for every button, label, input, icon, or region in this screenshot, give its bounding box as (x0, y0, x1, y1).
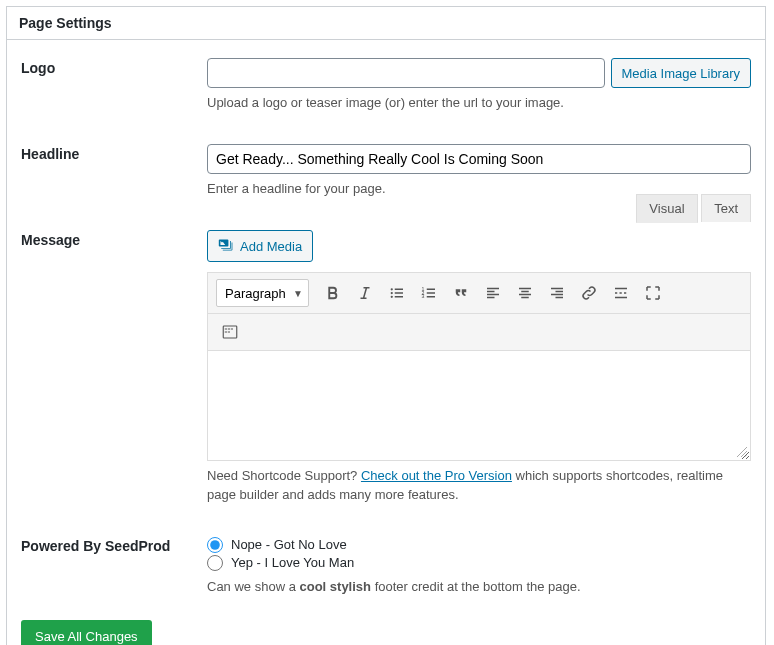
editor-toolbar: Paragraph ▼ 123 (207, 272, 751, 314)
powered-description: Can we show a cool stylish footer credit… (207, 578, 751, 596)
message-help-prefix: Need Shortcode Support? (207, 468, 361, 483)
toolbar-toggle-icon[interactable] (216, 318, 244, 346)
powered-label: Powered By SeedProd (7, 518, 207, 610)
read-more-icon[interactable] (607, 279, 635, 307)
editor-wrap: Paragraph ▼ 123 (207, 272, 751, 461)
panel-title: Page Settings (19, 15, 753, 31)
media-library-button[interactable]: Media Image Library (611, 58, 752, 88)
message-editor[interactable] (207, 351, 751, 461)
blockquote-icon[interactable] (447, 279, 475, 307)
logo-description: Upload a logo or teaser image (or) enter… (207, 94, 751, 112)
link-icon[interactable] (575, 279, 603, 307)
save-button[interactable]: Save All Changes (21, 620, 152, 645)
headline-label: Headline (7, 126, 207, 212)
fullscreen-icon[interactable] (639, 279, 667, 307)
pro-version-link[interactable]: Check out the Pro Version (361, 468, 512, 483)
tab-text[interactable]: Text (701, 194, 751, 222)
radio-yep[interactable]: Yep - I Love You Man (207, 554, 751, 572)
headline-input[interactable] (207, 144, 751, 174)
logo-input[interactable] (207, 58, 605, 88)
settings-table: Logo Media Image Library Upload a logo o… (7, 40, 765, 610)
svg-text:3: 3 (422, 294, 425, 300)
align-center-icon[interactable] (511, 279, 539, 307)
bullet-list-icon[interactable] (383, 279, 411, 307)
message-label: Message (7, 212, 207, 517)
radio-nope[interactable]: Nope - Got No Love (207, 536, 751, 554)
radio-nope-label: Nope - Got No Love (231, 537, 347, 552)
radio-yep-input[interactable] (207, 555, 223, 571)
svg-point-0 (391, 289, 393, 291)
add-media-label: Add Media (240, 239, 302, 254)
italic-icon[interactable] (351, 279, 379, 307)
editor-tabs: Visual Text (636, 194, 751, 223)
radio-nope-input[interactable] (207, 537, 223, 553)
align-right-icon[interactable] (543, 279, 571, 307)
message-help: Need Shortcode Support? Check out the Pr… (207, 467, 751, 503)
panel-header: Page Settings (7, 7, 765, 40)
numbered-list-icon[interactable]: 123 (415, 279, 443, 307)
format-select[interactable]: Paragraph (216, 279, 309, 307)
svg-point-2 (391, 296, 393, 298)
tab-visual[interactable]: Visual (636, 194, 697, 223)
logo-label: Logo (7, 40, 207, 126)
svg-point-1 (391, 292, 393, 294)
resize-handle-icon[interactable] (736, 446, 748, 458)
page-settings-panel: Page Settings Logo Media Image Library U… (6, 6, 766, 645)
align-left-icon[interactable] (479, 279, 507, 307)
radio-yep-label: Yep - I Love You Man (231, 555, 354, 570)
bold-icon[interactable] (319, 279, 347, 307)
editor-toolbar-row2 (207, 314, 751, 351)
add-media-button[interactable]: Add Media (207, 230, 313, 262)
media-icon (218, 237, 234, 256)
